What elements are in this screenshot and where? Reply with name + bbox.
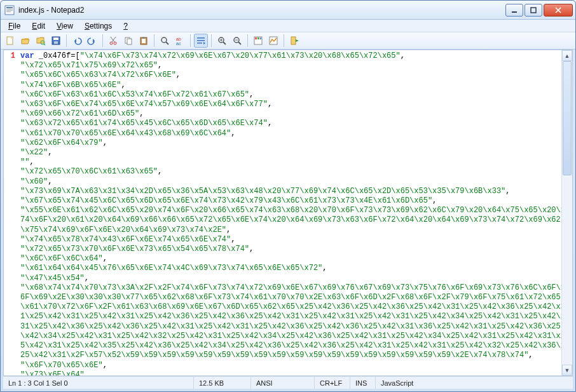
svg-rect-6	[531, 8, 536, 13]
svg-rect-31	[197, 37, 205, 39]
svg-rect-26	[142, 37, 145, 39]
svg-point-27	[161, 37, 167, 43]
new-button[interactable]	[3, 34, 17, 48]
paste-button[interactable]	[137, 34, 151, 48]
svg-rect-5	[512, 11, 517, 13]
find-button[interactable]	[158, 34, 172, 48]
scroll-up-button[interactable]: ▲	[562, 50, 572, 61]
scroll-track[interactable]	[562, 61, 572, 365]
svg-rect-1	[6, 7, 13, 8]
code-content[interactable]: var _0x476f=["\x74\x6F\x73\x74\x72\x69\x…	[18, 50, 572, 375]
menu-help[interactable]: ?	[118, 21, 133, 31]
app-icon	[4, 5, 15, 15]
statusbar: Ln 1 : 3 Col 1 Sel 0 12.5 KB ANSI CR+LF …	[3, 376, 573, 389]
wordwrap-button[interactable]	[194, 34, 208, 48]
svg-rect-45	[260, 37, 261, 39]
zoomin-button[interactable]	[215, 34, 229, 48]
minimize-button[interactable]	[505, 4, 523, 17]
cut-button[interactable]	[106, 34, 120, 48]
window-title: index.js - Notepad2	[18, 6, 505, 15]
svg-rect-3	[6, 10, 13, 11]
save-button[interactable]	[49, 34, 63, 48]
menu-settings[interactable]: Settings	[79, 21, 117, 31]
line-number-1: 1	[11, 51, 15, 60]
svg-rect-14	[53, 37, 58, 40]
svg-line-28	[166, 42, 168, 44]
undo-button[interactable]	[70, 34, 84, 48]
menu-edit-rest: dit	[37, 22, 45, 30]
svg-rect-47	[291, 37, 296, 44]
scroll-thumb[interactable]	[563, 61, 572, 175]
replace-button[interactable]: abac	[173, 34, 187, 48]
svg-line-12	[44, 44, 45, 45]
toolbar-sep-5	[211, 34, 212, 47]
status-eol[interactable]: CR+LF	[315, 377, 350, 389]
titlebar: index.js - Notepad2	[1, 1, 575, 20]
scheme-button[interactable]	[251, 34, 265, 48]
toolbar-sep-6	[247, 34, 248, 47]
svg-text:ab: ab	[176, 37, 181, 41]
menu-view-rest: iew	[62, 22, 73, 30]
svg-text:ac: ac	[176, 41, 181, 46]
browse-button[interactable]	[34, 34, 48, 48]
svg-rect-4	[6, 11, 11, 12]
editor-area[interactable]: 1 var _0x476f=["\x74\x6F\x73\x74\x72\x69…	[3, 50, 573, 376]
vertical-scrollbar[interactable]: ▲ ▼	[561, 50, 572, 375]
svg-rect-15	[54, 41, 58, 44]
redo-button[interactable]	[85, 34, 99, 48]
toolbar-sep-7	[284, 34, 284, 47]
svg-line-36	[223, 42, 226, 44]
svg-marker-48	[296, 39, 299, 42]
svg-rect-2	[6, 9, 13, 10]
svg-point-19	[114, 42, 116, 44]
line-number-gutter: 1	[4, 50, 18, 375]
status-language[interactable]: JavaScript	[376, 377, 573, 389]
maximize-button[interactable]	[525, 4, 542, 17]
svg-rect-44	[257, 37, 259, 39]
menu-settings-rest: ettings	[90, 22, 112, 30]
status-position: Ln 1 : 3 Col 1 Sel 0	[3, 377, 194, 389]
status-filesize: 12.5 KB	[194, 377, 251, 389]
menu-edit[interactable]: Edit	[27, 21, 50, 31]
open-button[interactable]	[18, 34, 32, 48]
svg-point-18	[110, 42, 113, 44]
menu-file-rest: ile	[13, 22, 20, 30]
menu-view[interactable]: View	[51, 21, 78, 31]
menubar: File Edit View Settings ?	[1, 20, 575, 32]
svg-rect-33	[197, 43, 202, 44]
zoomout-button[interactable]	[230, 34, 244, 48]
toolbar: abac	[1, 32, 575, 50]
toolbar-sep-4	[190, 34, 191, 47]
window-buttons	[505, 4, 573, 17]
exit-button[interactable]	[287, 34, 301, 48]
svg-rect-43	[255, 37, 257, 39]
app-window: index.js - Notepad2 File Edit View Setti…	[0, 0, 576, 392]
svg-rect-23	[127, 39, 132, 44]
svg-marker-34	[203, 42, 205, 44]
svg-line-40	[238, 42, 241, 44]
copy-button[interactable]	[121, 34, 135, 48]
status-insertmode[interactable]: INS	[350, 377, 376, 389]
close-button[interactable]	[544, 4, 573, 17]
menu-help-label: ?	[123, 22, 128, 30]
svg-rect-32	[197, 40, 205, 41]
scroll-down-button[interactable]: ▼	[562, 365, 572, 375]
toolbar-sep-3	[154, 34, 154, 47]
toolbar-sep-2	[102, 34, 103, 47]
menu-file[interactable]: File	[3, 21, 25, 31]
svg-rect-25	[142, 39, 146, 43]
toolbar-sep-1	[66, 34, 67, 47]
customize-button[interactable]	[266, 34, 280, 48]
status-encoding[interactable]: ANSI	[251, 377, 315, 389]
